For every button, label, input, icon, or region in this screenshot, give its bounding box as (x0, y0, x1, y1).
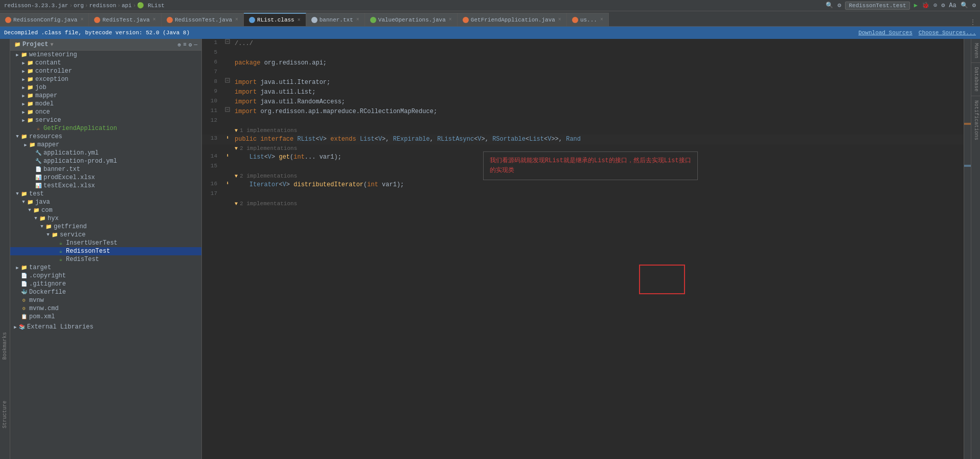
implementations-hint[interactable]: ▼ 2 implementations (202, 200, 971, 208)
list-item[interactable]: ▶ 📊 prodExcel.xlsx (10, 173, 201, 182)
dot-file-icon: 📄 (20, 272, 28, 279)
list-item[interactable]: ▼ 📁 getfriend (10, 223, 201, 231)
list-item[interactable]: ▶ 📁 target (10, 264, 201, 272)
translate-icon[interactable]: Aa (949, 2, 956, 9)
collapse-icon[interactable]: ≡ (183, 41, 187, 48)
tab-redissontest[interactable]: RedissonTest.java × (162, 13, 244, 26)
list-item[interactable]: ▶ 📁 weinesteoring (10, 51, 201, 59)
list-item[interactable]: ▶ 📁 mapper (10, 92, 201, 100)
bookmarks-panel-label[interactable]: Bookmarks (2, 332, 8, 360)
list-item[interactable]: ▶ 📁 controller (10, 67, 201, 75)
tab-us[interactable]: us... × (567, 13, 609, 26)
close-icon[interactable]: × (600, 17, 603, 23)
decompile-message: Decompiled .class file, bytecode version… (4, 30, 190, 36)
code-line: 7 (202, 68, 971, 78)
close-icon[interactable]: × (558, 17, 561, 23)
list-item[interactable]: ▶ ☕ InsertUserTest (10, 239, 201, 247)
code-line: 17 (202, 190, 971, 200)
list-item[interactable]: ▶ 📁 once (10, 108, 201, 116)
list-item[interactable]: ▼ 📁 resources (10, 133, 201, 141)
folder-icon: 📁 (29, 141, 36, 148)
run-config[interactable]: RedissonTest.test (845, 2, 909, 10)
down-arrow-icon: ⬇ (226, 180, 229, 186)
list-item[interactable]: ▶ 📄 banner.txt (10, 165, 201, 173)
tab-bar: RedissonConfig.java × RedisTest.java × R… (0, 11, 980, 27)
list-item[interactable]: ▶ 📁 job (10, 83, 201, 92)
tab-overflow[interactable]: ⋮ (970, 18, 980, 26)
list-item[interactable]: ▶ 📁 exception (10, 75, 201, 83)
folder-icon: 📁 (51, 231, 58, 238)
download-sources-link[interactable]: Download Sources (858, 30, 913, 36)
options-icon[interactable]: ⚙ (189, 41, 192, 48)
tab-banner[interactable]: banner.txt × (306, 13, 365, 26)
implementations-hint[interactable]: ▼ 1 implementations (202, 126, 971, 135)
list-item[interactable]: ▶ ☕ GetFriendApplication (10, 124, 201, 133)
chevron-down-icon: ▼ (39, 224, 45, 229)
list-item[interactable]: ▶ ☕ RedisTest (10, 255, 201, 264)
list-item-external-libs[interactable]: ▶ 📚 External Libraries (10, 323, 201, 331)
settings-icon[interactable]: ⚙ (941, 2, 945, 9)
tab-getfriend[interactable]: GetFriendApplication.java × (458, 13, 567, 26)
list-item[interactable]: ▶ 📁 service (10, 116, 201, 124)
close-icon[interactable]: × (153, 17, 156, 23)
folder-icon: 📁 (27, 92, 34, 99)
dropdown-icon[interactable]: ▼ (50, 42, 53, 48)
dot-file-icon: 📄 (20, 280, 28, 288)
list-item[interactable]: ▶ 🐳 Dockerfile (10, 288, 201, 296)
list-item[interactable]: ▶ 📊 testExcel.xlsx (10, 182, 201, 190)
structure-panel-label[interactable]: Structure (2, 401, 8, 428)
close-icon[interactable]: × (298, 17, 301, 23)
list-item[interactable]: ▶ 📁 mapper (10, 141, 201, 149)
tab-valueops[interactable]: ValueOperations.java × (365, 13, 458, 26)
editor-scrollbar[interactable] (964, 39, 971, 459)
list-item[interactable]: ▶ 📁 contant (10, 59, 201, 67)
list-item[interactable]: ▶ 📋 pom.xml (10, 313, 201, 321)
run-icon[interactable]: ⚙ (837, 2, 841, 9)
list-item[interactable]: ▶ 🔧 application.yml (10, 149, 201, 157)
search-icon[interactable]: 🔍 (826, 2, 833, 9)
list-item[interactable]: ▼ 📁 test (10, 190, 201, 198)
list-item[interactable]: ▶ 📄 .copyright (10, 272, 201, 280)
gear-icon[interactable]: ⚙ (972, 2, 976, 9)
tab-redistest[interactable]: RedisTest.java × (89, 13, 161, 26)
list-item[interactable]: ▶ 📄 .gitignore (10, 280, 201, 288)
list-item[interactable]: ▼ 📁 java (10, 198, 201, 206)
list-item[interactable]: ▶ ⚙ mvnw (10, 296, 201, 304)
play-icon[interactable]: ▶ (914, 2, 918, 9)
close-icon[interactable]: × (449, 17, 452, 23)
close-icon[interactable]: × (80, 17, 83, 23)
main-content: Bookmarks Structure 📁 Project ▼ ⊕ ≡ ⚙ — (0, 39, 980, 459)
close-icon[interactable]: × (235, 17, 238, 23)
search2-icon[interactable]: 🔍 (961, 2, 968, 9)
list-item[interactable]: ▼ 📁 com (10, 206, 201, 214)
folder-icon: 📁 (27, 100, 34, 107)
impl-icon: ▼ (235, 128, 238, 134)
chevron-right-icon: ▶ (20, 101, 27, 107)
coverage-icon[interactable]: ⊙ (933, 2, 937, 9)
down-arrow-icon: ⬇ (226, 152, 229, 159)
locate-icon[interactable]: ⊕ (178, 41, 181, 48)
list-item[interactable]: ▶ 🔧 application-prod.yml (10, 157, 201, 165)
close-icon[interactable]: × (356, 17, 359, 23)
xlsx-file-icon: 📊 (35, 174, 42, 181)
maven-panel-label[interactable]: Maven (971, 39, 980, 63)
tab-redissonconfig[interactable]: RedissonConfig.java × (0, 13, 89, 26)
code-editor[interactable]: 我们看源码就能发现RList就是继承的List的接口，然后去实现List接口的实… (202, 39, 971, 459)
more-tabs-icon[interactable]: ⋮ (970, 18, 976, 26)
database-panel-label[interactable]: Database (971, 63, 980, 96)
notifications-panel-label[interactable]: Notifications (971, 96, 980, 144)
choose-sources-link[interactable]: Choose Sources... (919, 30, 976, 36)
list-item[interactable]: ▼ 📁 hyx (10, 214, 201, 223)
gutter-collapse[interactable] (222, 39, 233, 44)
list-item[interactable]: ▼ 📁 service (10, 231, 201, 239)
java-file-icon (94, 17, 100, 23)
list-item[interactable]: ▶ ⚙ mvnw.cmd (10, 304, 201, 313)
top-bar-path: redisson-3.23.3.jar › org › redisson › a… (4, 2, 165, 9)
list-item[interactable]: ▶ 📁 model (10, 100, 201, 108)
list-item-redissontest[interactable]: ▶ ☕ RedissonTest (10, 247, 201, 255)
tab-rlist[interactable]: RList.class × (244, 13, 306, 26)
folder-icon: 📁 (33, 207, 40, 214)
tree-root: ▶ 📁 weinesteoring ▶ 📁 contant ▶ 📁 contro… (10, 51, 201, 331)
minimize-icon[interactable]: — (194, 41, 197, 48)
debug-icon[interactable]: 🐞 (922, 2, 929, 9)
